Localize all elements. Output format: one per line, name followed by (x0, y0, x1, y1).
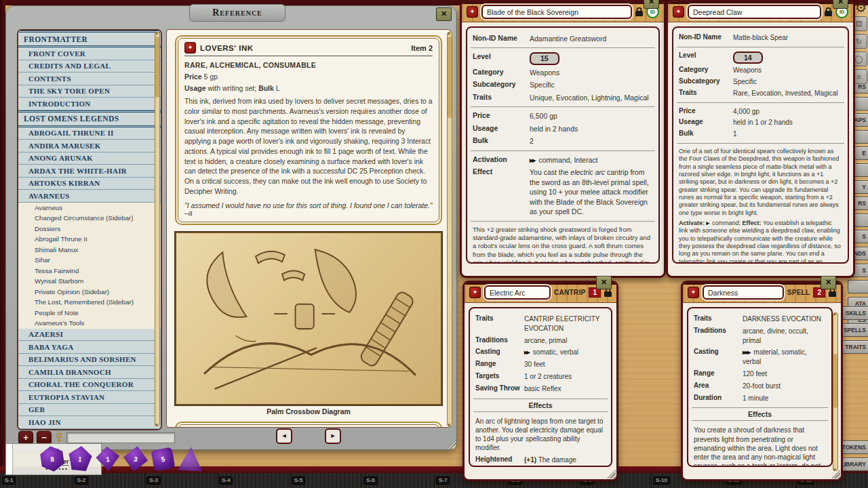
sidebar-item[interactable]: ANDIRA MARUSEK (18, 140, 161, 152)
category-value[interactable]: Weapons (733, 66, 842, 75)
sidebar-item[interactable]: CAMILIA DRANNOCH (18, 366, 161, 379)
lock-icon[interactable] (825, 7, 832, 16)
traditions-value[interactable]: arcane, divine, occult, primal (743, 327, 826, 346)
item-name-input[interactable] (481, 5, 632, 19)
sidebar-item[interactable]: CREDITS AND LEGAL (18, 60, 161, 73)
scrollbar-thumb[interactable] (833, 354, 837, 408)
sidebar-item[interactable]: The Lost, Remembered (Sidebar) (18, 297, 161, 308)
category-value[interactable]: Weapons (530, 68, 653, 77)
saving-throw-value[interactable]: basic Reflex (524, 384, 606, 394)
die[interactable]: 1 (66, 445, 94, 473)
duration-value[interactable]: 1 minute (743, 394, 826, 403)
item-icon[interactable]: ✦ (673, 6, 684, 18)
hotkey-slot[interactable]: S-4 (217, 473, 290, 488)
spell-icon[interactable]: ✦ (688, 287, 699, 298)
sidebar-item[interactable]: Avarneus (18, 203, 161, 214)
sidebar-item[interactable]: LOST OMENS LEGENDS (18, 110, 161, 127)
traits-value[interactable]: Rare, Evocation, Invested, Magical (733, 89, 842, 98)
traits-value[interactable]: Unique, Evocation, Lightning, Magical (530, 93, 653, 102)
bulk-value[interactable]: 2 (530, 136, 653, 146)
sidebar-item[interactable]: BABA YAGA (18, 341, 161, 354)
sidebar-item[interactable]: Wynsal Starborn (18, 276, 161, 287)
gear-icon[interactable]: ⚙ (855, 0, 867, 16)
die[interactable] (177, 445, 204, 472)
sidebar-item[interactable]: Sihar (18, 255, 161, 266)
sidebar-item[interactable]: FRONT COVER (18, 47, 161, 60)
level-field[interactable]: 14 (733, 52, 763, 64)
next-page-button[interactable]: ▸ (325, 428, 341, 444)
price-value[interactable]: 6,500 gp (530, 111, 653, 121)
spell-scrollbar[interactable]: ▲ ▼ (833, 312, 838, 471)
item-name-input[interactable] (688, 5, 821, 19)
remove-button[interactable]: − (37, 431, 52, 445)
sidebar-item[interactable]: FRONTMATTER (18, 30, 161, 47)
prev-page-button[interactable]: ◂ (276, 428, 292, 444)
close-icon[interactable]: ✕ (821, 276, 836, 289)
sidebar-item[interactable]: EUTROPIA STAVIAN (18, 391, 161, 404)
sidebar-item[interactable]: Tessa Fairwind (18, 266, 161, 277)
close-icon[interactable]: ✕ (436, 7, 452, 21)
sidebar-scrollbar[interactable]: ▲ ▼ (155, 32, 160, 426)
scrollbar-thumb[interactable] (155, 37, 159, 98)
sidebar-item[interactable]: CONTENTS (18, 73, 161, 85)
sidebar-item[interactable]: Changed Circumstance (Sidebar) (18, 213, 161, 224)
hotkey-slot[interactable]: S-1 (0, 473, 73, 488)
close-icon[interactable]: ✕ (596, 276, 612, 289)
sidebar-item[interactable] (18, 429, 161, 431)
sidebar-item[interactable]: ARTOKUS KIRRAN (18, 178, 161, 190)
traits-value[interactable]: DARKNESS EVOCATION (743, 314, 826, 324)
reference-title-tab[interactable]: Reference (189, 4, 285, 22)
sidebar-item[interactable]: People of Note (18, 308, 161, 319)
spell-icon[interactable]: ✦ (469, 287, 481, 298)
item-icon[interactable]: ✦ (467, 6, 478, 18)
bulk-value[interactable]: 1 (733, 129, 842, 139)
close-icon[interactable]: ✕ (833, 0, 848, 9)
scrollbar-thumb[interactable] (448, 37, 452, 118)
usage-value[interactable]: held in 2 hands (530, 124, 653, 134)
hotkey-slot[interactable]: S-5 (290, 473, 362, 488)
die[interactable]: 5 (151, 447, 176, 471)
nonid-name-value[interactable]: Adamantine Greatsword (530, 34, 653, 43)
subcategory-value[interactable]: Specific (733, 77, 842, 87)
item-link-icon[interactable]: ✦ (184, 42, 196, 54)
sidebar-item[interactable]: BELIMARIUS AND SORSHEN (18, 354, 161, 367)
spell-name-input[interactable] (484, 285, 551, 300)
sidebar-item[interactable]: HAO JIN (18, 416, 161, 429)
hotkey-slot[interactable]: S-3 (144, 473, 217, 488)
sidebar-item[interactable]: THE SKY TORE OPEN (18, 85, 161, 98)
sidebar-item[interactable]: Shimali Manux (18, 245, 161, 256)
hotkey-slot[interactable]: S-2 (73, 473, 145, 488)
add-button[interactable]: + (18, 431, 33, 445)
sidebar-item[interactable]: AVARNEUS (18, 190, 161, 203)
sidebar-stub-tab[interactable] (848, 280, 868, 293)
sidebar-item[interactable]: AZAERSI (18, 329, 161, 342)
nonid-name-value[interactable]: Matte-black Spear (733, 33, 842, 43)
sidebar-item[interactable]: ARDAX THE WHITE-HAIR (18, 165, 161, 178)
lock-icon[interactable] (635, 7, 643, 16)
level-field[interactable]: 15 (530, 52, 559, 64)
sidebar-item[interactable]: Avarneus's Tools (18, 318, 161, 329)
close-icon[interactable]: ✕ (644, 0, 659, 9)
die[interactable]: 1 (94, 445, 122, 473)
hotkey-slot[interactable]: S-6 (361, 473, 434, 488)
sidebar-item[interactable]: ABROGAIL THRUNE II (18, 127, 161, 140)
sidebar-item[interactable]: GEB (18, 404, 161, 417)
traits-value[interactable]: CANTRIP ELECTRICITY EVOCATION (524, 314, 606, 333)
targets-value[interactable]: 1 or 2 creatures (524, 372, 606, 382)
price-value[interactable]: 4,000 gp (733, 107, 842, 117)
spell-name-input[interactable] (703, 285, 784, 300)
subcategory-value[interactable]: Specific (530, 80, 653, 89)
area-value[interactable]: 20-foot burst (743, 382, 826, 391)
range-value[interactable]: 30 feet (524, 360, 606, 369)
sidebar-item[interactable]: INTRODUCTION (18, 98, 161, 110)
page-scrollbar[interactable]: ▲ ▼ (447, 32, 452, 426)
sidebar-item[interactable]: CHORAL THE CONQUEROR (18, 379, 161, 392)
traditions-value[interactable]: arcane, primal (524, 336, 606, 346)
sidebar-item[interactable]: Dossiers (18, 224, 161, 235)
die[interactable]: 8 (38, 445, 67, 474)
die[interactable]: 3 (121, 445, 151, 474)
resize-grip[interactable] (447, 440, 456, 449)
usage-value[interactable]: held in 1 or 2 hands (733, 118, 842, 127)
sidebar-item[interactable]: ANONG ARUNAK (18, 152, 161, 165)
range-value[interactable]: 120 feet (743, 369, 826, 379)
